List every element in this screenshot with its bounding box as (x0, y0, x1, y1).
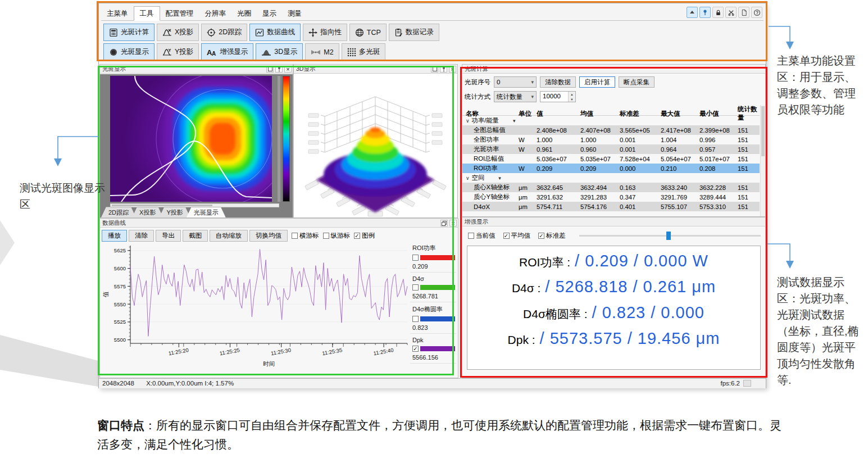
legend-checkbox[interactable] (412, 284, 419, 291)
stat-mode-select[interactable]: 统计数量▾ (494, 91, 537, 102)
cut-icon[interactable] (725, 7, 737, 18)
filter-dropdown-icon[interactable]: ▾ (498, 175, 501, 181)
cell: 1.000 (537, 137, 580, 143)
toolbar-button-TCP[interactable]: TCP (349, 24, 387, 41)
collapse-up-icon[interactable] (687, 7, 698, 18)
toolbar-button-数据曲线[interactable]: 数据曲线 (249, 24, 301, 41)
close-icon[interactable]: × (449, 220, 457, 226)
svg-text:5550: 5550 (114, 301, 126, 307)
maximize-icon[interactable] (440, 220, 448, 226)
tab-2D跟踪[interactable]: 2D跟踪 (101, 207, 136, 217)
slider-handle[interactable] (666, 232, 671, 240)
float-icon[interactable] (266, 66, 274, 72)
calc-button-清除数据[interactable]: 清除数据 (540, 76, 576, 88)
cell: 2.399e+08 (699, 127, 738, 134)
beam-panel-title: 光斑显示 (102, 65, 126, 72)
menu-item-主菜单[interactable]: 主菜单 (101, 7, 134, 20)
curve-button-切换均值[interactable]: 切换均值 (249, 230, 288, 242)
curve-button-导出[interactable]: 导出 (156, 230, 181, 242)
menu-item-测量[interactable]: 测量 (282, 7, 307, 20)
tab-Y投影[interactable]: Y投影 (159, 207, 190, 217)
enhance-checkbox-平均值[interactable]: ✓平均值 (503, 232, 531, 240)
legend-entry-Dpk: Dpk✓5566.156 (410, 334, 456, 364)
toolbar-button-光斑计算[interactable]: 光斑计算 (103, 24, 154, 41)
help-icon[interactable] (751, 7, 762, 18)
stat-mode-label: 统计方式 (465, 93, 490, 101)
pin-icon[interactable] (275, 66, 283, 72)
table-row-ROI功率[interactable]: ROI功率W0.2090.2090.0000.2100.208151 (462, 164, 760, 173)
toolbar-button-多光斑[interactable]: 多光斑 (342, 43, 386, 61)
table-group-row-空间[interactable]: ∨空间 ▾ (462, 173, 760, 183)
caption-bold: 窗口特点 (97, 419, 144, 432)
toolbar-button-数据记录[interactable]: 数据记录 (389, 24, 439, 41)
annotation-test-data-area: 测试数据显示区：光斑功率、光斑测试数据（坐标，直径,椭圆度等）光斑平顶均匀性发散… (777, 274, 862, 388)
menu-item-显示[interactable]: 显示 (257, 7, 282, 20)
pin-icon[interactable] (440, 66, 447, 72)
collapse-icon[interactable]: ∨ (466, 175, 470, 181)
enhanced-value-line: D4σ椭圆率 :/ 0.823 / 0.000 (467, 303, 760, 329)
close-icon[interactable]: × (449, 66, 456, 72)
file-icon[interactable] (738, 7, 749, 18)
calc-button-启用计算[interactable]: 启用计算 (579, 76, 615, 88)
table-row-质心X轴坐标[interactable]: 质心X轴坐标μm3632.6453632.4940.1633633.240363… (462, 183, 760, 192)
menu-item-工具[interactable]: 工具 (134, 6, 160, 21)
cell: 5753.310 (699, 203, 738, 210)
legend-checkbox[interactable] (412, 316, 419, 322)
table-row-全图总幅值[interactable]: 全图总幅值2.408e+082.407e+083.565e+052.417e+0… (462, 125, 760, 135)
curve-checkbox-横游标[interactable]: 横游标 (292, 232, 319, 240)
calc-button-断点采集[interactable]: 断点采集 (619, 76, 655, 88)
toolbar-button-M2[interactable]: M2 (305, 43, 339, 61)
cell: 0.000 (620, 165, 661, 172)
beam-panel-titlebar: 光斑显示 × (100, 65, 293, 74)
tab-X投影[interactable]: X投影 (132, 207, 163, 217)
curve-checkbox-图例[interactable]: ✓图例 (354, 232, 375, 240)
table-row-全图功率[interactable]: 全图功率W1.0001.0000.0011.0040.996151 (462, 135, 760, 144)
toolbar-button-X投影[interactable]: X投影 (157, 24, 199, 41)
spin-down-icon[interactable]: ▾ (569, 97, 575, 102)
toolbar-button-Y投影[interactable]: Y投影 (157, 43, 199, 61)
beam-vertical-scrollbar[interactable] (278, 76, 280, 202)
curve-button-播放[interactable]: 播放 (102, 230, 127, 242)
table-scrollbar[interactable] (760, 105, 765, 216)
close-icon[interactable]: × (284, 66, 292, 72)
cell: 0.001 (620, 137, 661, 143)
toolbar-button-光斑显示[interactable]: 光斑显示 (103, 43, 154, 61)
collapse-icon[interactable]: ∨ (466, 118, 470, 124)
legend-checkbox[interactable]: ✓ (412, 346, 419, 352)
cell: 151 (738, 194, 760, 201)
toolbar-button-指向性[interactable]: 指向性 (303, 24, 347, 41)
toolbar-button-增强显示[interactable]: AA增强显示 (201, 43, 253, 61)
menu-item-分辨率[interactable]: 分辨率 (199, 7, 232, 20)
tab-光斑显示[interactable]: 光斑显示 (187, 207, 226, 217)
enhance-checkbox-标准差[interactable]: ✓标准差 (538, 232, 566, 240)
legend-checkbox[interactable] (412, 255, 419, 261)
menu-item-配置管理[interactable]: 配置管理 (160, 7, 199, 20)
cell: W (519, 146, 537, 153)
curve-button-清除[interactable]: 清除 (129, 230, 154, 242)
toolbar-button-2D跟踪[interactable]: 2D跟踪 (201, 24, 247, 41)
curve-checkbox-纵游标[interactable]: 纵游标 (323, 232, 351, 240)
3d-surface-plot (294, 74, 457, 217)
cell: 0.208 (699, 165, 738, 172)
calc-row-sequence: 光斑序号 0▾ 清除数据启用计算断点采集 (465, 76, 655, 88)
table-row-ROI总幅值[interactable]: ROI总幅值5.036e+075.035e+077.528e+045.054e+… (462, 154, 760, 164)
curve-button-截图[interactable]: 截图 (183, 230, 208, 242)
table-row-光斑功率[interactable]: 光斑功率W0.9610.9600.0010.9640.957151 (462, 144, 760, 154)
pin-icon[interactable] (699, 7, 711, 18)
toolbar-button-3D显示[interactable]: 3D显示 (256, 43, 303, 61)
stat-count-spinner[interactable]: 10000 ▴▾ (540, 91, 576, 102)
curve-panel-titlebar: 数据曲线 × (100, 219, 458, 228)
beam-seq-select[interactable]: 0▾ (494, 76, 537, 88)
enhance-checkbox-当前值[interactable]: 当前值 (468, 232, 496, 240)
curve-button-自动缩放[interactable]: 自动缩放 (210, 230, 248, 242)
table-row-质心Y轴坐标[interactable]: 质心Y轴坐标μm3291.6323291.2830.3473291.769328… (462, 192, 760, 202)
cell: μm (519, 184, 537, 191)
float-icon[interactable] (431, 66, 438, 72)
cell: 3289.444 (699, 194, 738, 201)
font-size-slider[interactable] (579, 231, 761, 240)
menu-item-光圈[interactable]: 光圈 (231, 7, 257, 20)
filter-dropdown-icon[interactable]: ▾ (513, 118, 516, 124)
lock-icon[interactable] (712, 7, 724, 18)
table-row-D4σX[interactable]: D4σXμm5754.7115754.1760.4015755.1075753.… (462, 202, 760, 211)
spin-up-icon[interactable]: ▴ (569, 92, 575, 97)
